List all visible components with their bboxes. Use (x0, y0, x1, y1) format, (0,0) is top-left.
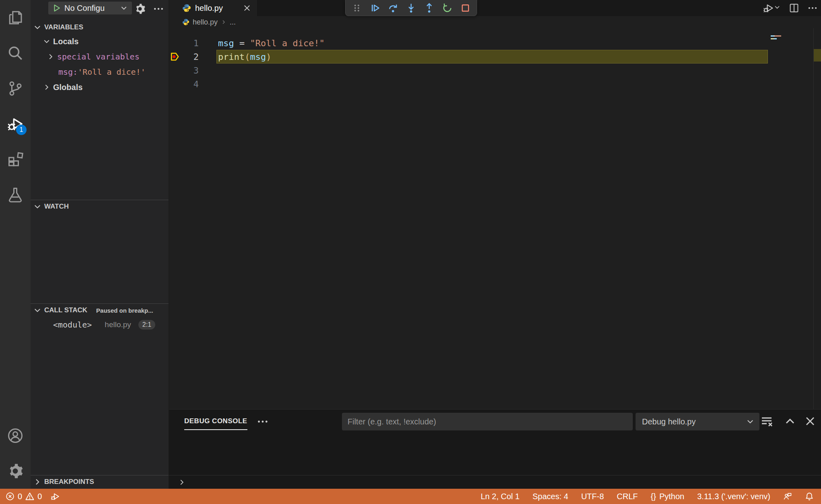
vscode-window: 1 No Configu VARIABLES (0, 0, 821, 504)
special-variables-row[interactable]: special variables (31, 49, 169, 64)
chevron-right-icon (47, 53, 55, 61)
activity-extensions[interactable] (0, 141, 31, 177)
continue-icon (370, 3, 380, 13)
step-out-icon (424, 3, 434, 13)
minimap-line-2 (771, 38, 777, 39)
breakpoints-section: BREAKPOINTS (31, 475, 169, 489)
start-debug-icon[interactable] (52, 4, 61, 12)
frame-name: <module> (53, 320, 92, 330)
editor-actions (763, 0, 818, 16)
feedback-button[interactable] (783, 492, 792, 501)
activity-source-control[interactable] (0, 71, 31, 106)
step-into-button[interactable] (404, 1, 418, 15)
chevron-down-icon (43, 37, 51, 45)
toolbar-drag-handle[interactable] (350, 1, 364, 15)
clear-console-icon[interactable] (760, 415, 773, 428)
cursor-position[interactable]: Ln 2, Col 1 (481, 492, 520, 501)
maximize-panel-icon[interactable] (784, 415, 796, 428)
run-or-debug-button[interactable] (763, 3, 781, 13)
line-text: print(msg) (199, 52, 271, 62)
debug-session-badge: 1 (16, 125, 27, 135)
variables-title: VARIABLES (44, 23, 83, 31)
globals-row[interactable]: Globals (31, 80, 169, 95)
debug-config-dropdown[interactable]: No Configu (48, 2, 132, 14)
editor-more-actions-button[interactable] (807, 3, 818, 13)
line-number: 4 (169, 79, 199, 89)
minimap[interactable] (768, 28, 813, 409)
variable-value: 'Roll a dice!' (78, 67, 146, 77)
restart-icon (442, 3, 453, 13)
stop-button[interactable] (459, 1, 472, 15)
step-over-icon (388, 3, 398, 13)
console-filter-input[interactable] (342, 413, 633, 430)
encoding[interactable]: UTF-8 (581, 492, 604, 501)
watch-header[interactable]: WATCH (31, 200, 169, 213)
overview-current-line-marker (814, 49, 821, 61)
breakpoints-title: BREAKPOINTS (44, 478, 94, 486)
eol-sequence[interactable]: CRLF (617, 492, 638, 501)
activity-account[interactable] (0, 418, 31, 453)
debug-settings-gear-icon[interactable] (134, 3, 146, 14)
python-icon (182, 4, 191, 12)
activity-run-and-debug[interactable]: 1 (0, 106, 31, 141)
call-stack-section: CALL STACK Paused on breakp... <module> … (31, 303, 169, 333)
globals-label: Globals (53, 83, 82, 92)
debug-more-actions-icon[interactable] (153, 3, 164, 14)
error-icon (6, 492, 14, 501)
line-number: 3 (169, 66, 199, 76)
debug-session-dropdown[interactable]: Debug hello.py (636, 413, 759, 430)
problems-indicator[interactable]: 0 0 (6, 492, 42, 501)
call-stack-header[interactable]: CALL STACK Paused on breakp... (31, 304, 169, 317)
run-or-debug-icon (763, 3, 774, 13)
python-icon (182, 18, 189, 26)
debug-config-label: No Configu (64, 4, 105, 13)
activity-settings[interactable] (0, 453, 31, 489)
panel-header: DEBUG CONSOLE Debug hello.py (169, 410, 821, 433)
close-icon[interactable] (243, 4, 251, 12)
debug-toolbar (345, 0, 477, 16)
locals-label: Locals (53, 37, 78, 46)
notifications-button[interactable] (805, 492, 814, 501)
language-label: Python (659, 492, 684, 501)
step-out-button[interactable] (422, 1, 436, 15)
restart-button[interactable] (440, 1, 454, 15)
line-text: msg = "Roll a dice!" (199, 38, 325, 48)
step-over-button[interactable] (386, 1, 400, 15)
tab-hello-py[interactable]: hello.py (169, 0, 257, 16)
stack-frame-row[interactable]: <module> hello.py 2:1 (31, 317, 169, 333)
continue-button[interactable] (368, 1, 382, 15)
locals-row[interactable]: Locals (31, 34, 169, 49)
gripper-icon (352, 3, 362, 13)
console-input-row[interactable] (169, 475, 821, 489)
breadcrumb-more[interactable]: ... (230, 18, 236, 27)
close-panel-icon[interactable] (804, 415, 817, 428)
activity-testing[interactable] (0, 177, 31, 212)
breadcrumb-file[interactable]: hello.py (193, 18, 218, 27)
tab-label: hello.py (195, 4, 243, 13)
code-line-3: 3 (169, 64, 761, 77)
language-mode[interactable]: {} Python (651, 492, 685, 501)
activity-search[interactable] (0, 35, 31, 71)
tab-debug-console[interactable]: DEBUG CONSOLE (184, 410, 247, 433)
indentation[interactable]: Spaces: 4 (533, 492, 568, 501)
activity-bar: 1 (0, 0, 31, 489)
panel-more-actions-icon[interactable] (257, 416, 269, 428)
variables-section: VARIABLES Locals special variables msg: … (31, 21, 169, 95)
breakpoints-header[interactable]: BREAKPOINTS (31, 475, 169, 488)
debug-status-indicator[interactable] (51, 492, 60, 501)
error-count: 0 (18, 492, 22, 501)
special-variables-label: special variables (57, 52, 140, 61)
chevron-down-icon (33, 202, 42, 211)
code-editor[interactable]: 1 msg = "Roll a dice!" 2 print(msg) 3 4 (169, 28, 821, 409)
status-right: Ln 2, Col 1 Spaces: 4 UTF-8 CRLF {} Pyth… (481, 492, 821, 501)
warning-icon (25, 492, 34, 501)
python-interpreter[interactable]: 3.11.3 ('.venv': venv) (697, 492, 770, 501)
stop-icon (460, 3, 471, 13)
breakpoint-current-line-icon[interactable] (170, 51, 181, 62)
msg-variable-row[interactable]: msg: 'Roll a dice!' (31, 64, 169, 80)
activity-explorer[interactable] (0, 0, 31, 35)
variables-header[interactable]: VARIABLES (31, 21, 169, 34)
code-line-4: 4 (169, 77, 761, 91)
split-editor-button[interactable] (789, 3, 799, 13)
overview-ruler[interactable] (813, 28, 821, 409)
